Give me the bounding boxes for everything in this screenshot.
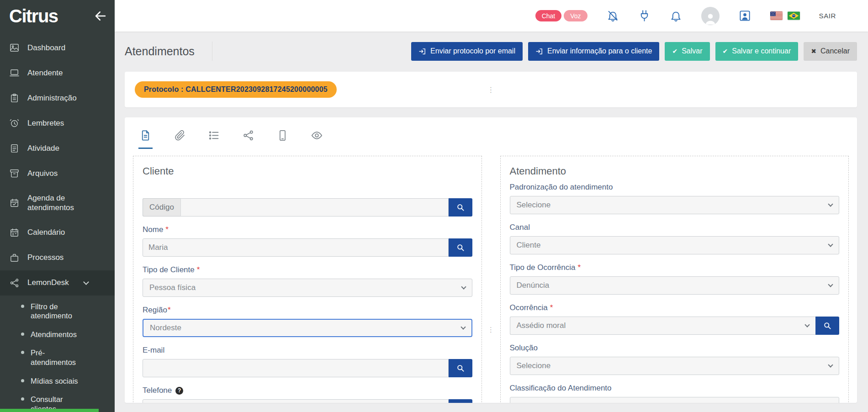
bullet-icon	[21, 333, 24, 336]
flag-br-icon[interactable]	[788, 11, 800, 20]
classificacao-field-group: Classificação do Atendimento Selecione	[510, 384, 840, 403]
padronizacao-select[interactable]: Selecione	[510, 196, 840, 214]
sidebar-subitem-pre-atendimentos[interactable]: Pré-atendimentos	[0, 343, 115, 371]
sidebar-item-atividade[interactable]: Atividade	[0, 136, 115, 161]
email-field-group: E-mail	[143, 346, 472, 377]
search-icon	[456, 243, 465, 252]
email-label: E-mail	[143, 346, 472, 355]
send-info-client-label: Enviar informação para o cliente	[547, 47, 652, 55]
cancel-button[interactable]: ✖ Cancelar	[804, 42, 857, 61]
paperclip-icon	[174, 129, 186, 142]
canal-label: Canal	[510, 223, 840, 232]
tipo-ocorrencia-select[interactable]: Denúncia	[510, 276, 840, 295]
tab-telefonia[interactable]	[275, 129, 290, 149]
form-panels: Cliente Código Nome*	[133, 156, 849, 403]
sidebar-collapse-button[interactable]	[94, 9, 107, 23]
nome-input[interactable]	[143, 238, 449, 257]
chevron-down-icon	[804, 322, 810, 327]
required-asterisk: *	[550, 303, 553, 312]
codigo-search-button[interactable]	[449, 198, 472, 217]
padronizacao-value: Selecione	[517, 201, 551, 210]
user-avatar[interactable]	[701, 7, 720, 25]
codigo-input[interactable]	[180, 198, 449, 217]
arrow-left-icon	[94, 9, 107, 23]
email-input[interactable]	[143, 359, 449, 377]
calendar-icon	[9, 227, 20, 238]
telefone-input[interactable]	[143, 399, 449, 403]
canal-select[interactable]: Cliente	[510, 236, 840, 254]
sidebar-item-processos[interactable]: Processos	[0, 245, 115, 270]
flag-us-icon[interactable]	[770, 11, 783, 20]
ocorrencia-search-button[interactable]	[815, 317, 839, 335]
sidebar-item-lembretes[interactable]: Lembretes	[0, 111, 115, 136]
telefone-search-button[interactable]	[449, 399, 472, 403]
sidebar-item-lemondesk[interactable]: LemonDesk	[0, 270, 115, 296]
atendimento-panel: Atendimento Padronização do atendimento …	[500, 156, 849, 403]
integrations-button[interactable]	[638, 10, 651, 22]
ocorrencia-field-group: Ocorrência* Assédio moral	[510, 303, 840, 335]
sidebar-subitem-atendimentos[interactable]: Atendimentos	[0, 325, 115, 344]
tab-lista[interactable]	[207, 129, 221, 149]
classificacao-select[interactable]: Selecione	[510, 397, 840, 403]
sidebar-item-label: Lembretes	[27, 118, 64, 128]
ocorrencia-select[interactable]: Assédio moral	[510, 317, 816, 335]
bullet-icon	[21, 351, 24, 354]
sidebar-item-agenda-atendimentos[interactable]: Agenda de atendimentos	[0, 186, 115, 220]
sidebar: Citrus Dashboard Atendente Administração…	[0, 0, 115, 412]
tipo-cliente-select[interactable]: Pessoa física	[143, 279, 472, 297]
page-header: Atendimentos Enviar protocolo por email …	[125, 41, 857, 62]
cancel-label: Cancelar	[820, 47, 850, 55]
tab-anexos[interactable]	[173, 129, 187, 149]
tab-vinculos[interactable]	[241, 129, 255, 149]
lemondesk-network-icon	[9, 278, 20, 288]
telefone-label: Telefone ?	[143, 386, 472, 395]
sidebar-item-label: Agenda de atendimentos	[27, 193, 106, 213]
channel-pills: Chat Voz	[535, 10, 587, 21]
sidebar-item-label: Arquivos	[27, 169, 58, 178]
sidebar-item-calendario[interactable]: Calendário	[0, 220, 115, 245]
voz-badge[interactable]: Voz	[564, 10, 587, 21]
send-protocol-email-label: Enviar protocolo por email	[430, 47, 515, 55]
column-resize-grip[interactable]: ⋮	[487, 85, 495, 94]
required-asterisk: *	[165, 225, 169, 234]
padronizacao-field-group: Padronização do atendimento Selecione	[510, 183, 840, 214]
chevron-down-icon	[83, 279, 89, 285]
sidebar-item-administracao[interactable]: Administração	[0, 85, 115, 111]
send-protocol-email-button[interactable]: Enviar protocolo por email	[411, 42, 523, 61]
person-icon	[704, 11, 717, 25]
panel-resize-grip[interactable]: ⋮	[487, 326, 494, 334]
help-question-icon[interactable]: ?	[175, 387, 183, 395]
sidebar-item-dashboard[interactable]: Dashboard	[0, 35, 115, 60]
send-info-client-button[interactable]: Enviar informação para o cliente	[528, 42, 659, 61]
cliente-panel: Cliente Código Nome*	[133, 156, 482, 403]
sidebar-subitem-filtro-atendimento[interactable]: Filtro de atendimento	[0, 297, 115, 325]
nome-search-button[interactable]	[449, 238, 472, 257]
solucao-field-group: Solução Selecione	[510, 343, 840, 375]
tab-visualizar[interactable]	[310, 129, 324, 149]
email-search-button[interactable]	[449, 359, 472, 377]
sidebar-subitem-midias-sociais[interactable]: Mídias sociais	[0, 372, 115, 391]
agent-profile-button[interactable]	[739, 10, 751, 22]
search-icon	[456, 364, 465, 373]
tipo-ocorrencia-label: Tipo de Ocorrência*	[510, 263, 840, 272]
chevron-down-icon	[828, 282, 833, 287]
solucao-label: Solução	[510, 343, 840, 353]
save-continue-button[interactable]: ✔ Salvar e continuar	[715, 42, 799, 61]
share-nodes-icon	[242, 129, 254, 142]
mute-bell-button[interactable]	[607, 10, 619, 22]
logout-button[interactable]: SAIR	[819, 12, 836, 20]
regiao-select[interactable]: Nordeste	[143, 319, 472, 337]
chevron-down-icon	[461, 284, 466, 289]
chevron-down-icon	[828, 242, 833, 247]
notifications-button[interactable]	[670, 10, 682, 22]
sidebar-item-atendente[interactable]: Atendente	[0, 60, 115, 85]
solucao-select[interactable]: Selecione	[510, 357, 840, 375]
tab-detalhes[interactable]	[138, 129, 153, 149]
save-button[interactable]: ✔ Salvar	[665, 42, 709, 61]
regiao-field-group: Região* Nordeste	[143, 306, 472, 337]
app-logo[interactable]: Citrus	[9, 7, 58, 25]
chat-badge[interactable]: Chat	[535, 10, 562, 21]
form-tabs	[133, 117, 849, 149]
plug-icon	[638, 10, 651, 22]
sidebar-item-arquivos[interactable]: Arquivos	[0, 161, 115, 186]
